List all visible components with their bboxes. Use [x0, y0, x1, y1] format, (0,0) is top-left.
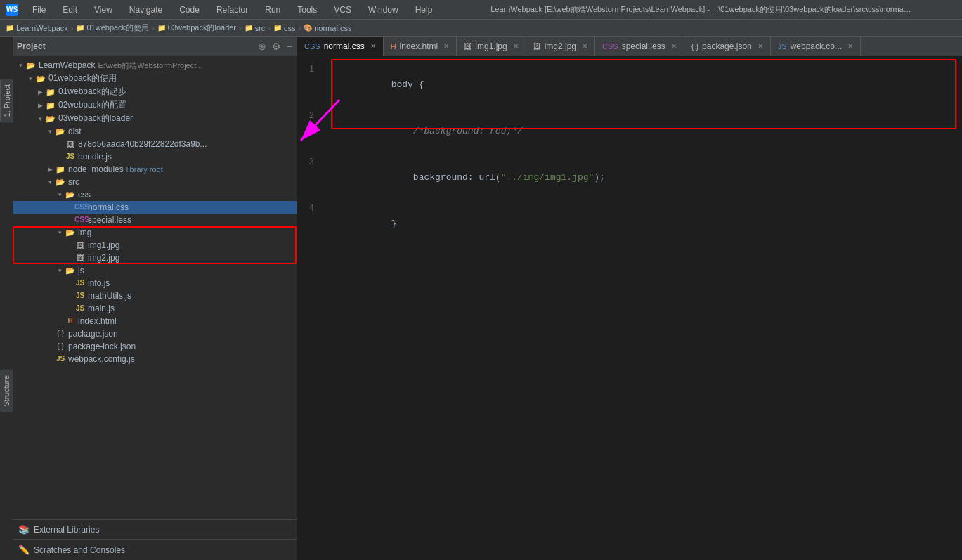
code-line-3: 3 background: url("../img/img1.jpg");	[297, 155, 962, 201]
tree-node-mathutils-js[interactable]: JS mathUtils.js	[13, 289, 297, 302]
folder-open-icon: 📂	[55, 126, 66, 137]
menu-help[interactable]: Help	[412, 4, 436, 16]
tab-special-less[interactable]: CSS special.less ✕	[595, 37, 684, 56]
tree-label: webpack.config.js	[68, 354, 135, 364]
breadcrumb-01webpack[interactable]: 📁 01webpack的使用	[76, 22, 149, 33]
breadcrumb-src[interactable]: 📁 src	[245, 24, 266, 32]
line-number: 3	[297, 155, 325, 170]
tree-node-main-js[interactable]: JS main.js	[13, 302, 297, 315]
tree-node-webpack-config[interactable]: JS webpack.config.js	[13, 353, 297, 365]
tab-label: img2.jpg	[545, 41, 576, 51]
tree-root-path: E:\web前端WebstormProject...	[98, 60, 203, 71]
tab-label: package.json	[702, 41, 752, 51]
folder-open-icon: 📂	[65, 265, 76, 276]
tree-label: index.html	[78, 316, 117, 326]
html-tab-icon: H	[391, 42, 396, 51]
tree-node-hash-file[interactable]: 🖼 878d56aada40b29f22822df3a9b...	[13, 138, 297, 150]
breadcrumb-css[interactable]: 📁 css	[273, 24, 296, 32]
tree-node-img-folder[interactable]: ▾ 📂 img	[13, 226, 297, 239]
tree-node-special-less[interactable]: CSS special.less	[13, 214, 297, 226]
menu-tools[interactable]: Tools	[294, 4, 320, 16]
structure-panel-tab[interactable]: Structure	[0, 370, 13, 412]
tree-node-dist[interactable]: ▾ 📂 dist	[13, 125, 297, 138]
tree-node-normal-css[interactable]: CSS normal.css	[13, 201, 297, 214]
tab-close-btn[interactable]: ✕	[671, 42, 677, 50]
json-file-icon: { }	[55, 328, 66, 339]
menu-view[interactable]: View	[91, 4, 115, 16]
tree-node-03loader[interactable]: ▾ 📂 03webpack的loader	[13, 112, 297, 125]
tree-node-02config[interactable]: ▶ 📁 02webpack的配置	[13, 98, 297, 112]
folder-icon: 📁	[6, 24, 14, 32]
folder-open-icon: 📂	[45, 113, 56, 124]
img-file-icon: 🖼	[74, 252, 86, 263]
breadcrumb-03webpack[interactable]: 📁 03webpack的loader	[157, 22, 236, 33]
tab-close-btn[interactable]: ✕	[443, 42, 449, 50]
tab-normal-css[interactable]: CSS normal.css ✕	[297, 37, 384, 56]
breadcrumb-bar: 📁 LearnWebpack › 📁 01webpack的使用 › 📁 03we…	[0, 20, 962, 37]
tab-package-json[interactable]: { } package.json ✕	[684, 37, 771, 56]
tree-node-img1[interactable]: 🖼 img1.jpg	[13, 239, 297, 252]
add-icon[interactable]: ⊕	[258, 41, 266, 52]
menu-window[interactable]: Window	[365, 4, 401, 16]
menu-run[interactable]: Run	[262, 4, 283, 16]
tree-node-01webpack[interactable]: ▾ 📂 01webpack的使用	[13, 72, 297, 85]
tree-label: normal.css	[88, 202, 129, 212]
menu-code[interactable]: Code	[176, 4, 202, 16]
tree-label: main.js	[88, 304, 115, 313]
project-tree[interactable]: ▾ 📂 LearnWebpack E:\web前端WebstormProject…	[13, 56, 297, 519]
external-libraries-item[interactable]: 📚 External Libraries	[13, 519, 297, 539]
tree-label: node_modules	[68, 164, 124, 174]
tree-node-css-folder[interactable]: ▾ 📂 css	[13, 188, 297, 201]
tree-node-package-json[interactable]: { } package.json	[13, 327, 297, 340]
folder-open-icon: 📂	[65, 189, 76, 200]
tree-node-js-folder[interactable]: ▾ 📂 js	[13, 264, 297, 277]
tab-img1[interactable]: 🖼 img1.jpg ✕	[457, 37, 526, 56]
tab-close-btn[interactable]: ✕	[370, 42, 376, 50]
tab-close-btn[interactable]: ✕	[513, 42, 519, 50]
tree-arrow: ▾	[55, 267, 65, 274]
tree-arrow: ▾	[35, 115, 45, 122]
tree-label: img2.jpg	[88, 253, 119, 263]
tab-index-html[interactable]: H index.html ✕	[384, 37, 457, 56]
js-file-icon: JS	[55, 353, 66, 365]
menu-edit[interactable]: Edit	[60, 4, 80, 16]
tree-node-index-html[interactable]: H index.html	[13, 315, 297, 327]
tab-webpack[interactable]: JS webpack.co... ✕	[771, 37, 861, 56]
tree-node-src[interactable]: ▾ 📂 src	[13, 176, 297, 188]
tree-node-01start[interactable]: ▶ 📁 01webpack的起步	[13, 85, 297, 98]
tree-node-bundle-js[interactable]: JS bundle.js	[13, 150, 297, 163]
tab-img2[interactable]: 🖼 img2.jpg ✕	[526, 37, 595, 56]
tab-close-btn[interactable]: ✕	[847, 42, 853, 50]
menu-vcs[interactable]: VCS	[331, 4, 354, 16]
tree-node-node-modules[interactable]: ▶ 📁 node_modules library root	[13, 163, 297, 176]
menu-navigate[interactable]: Navigate	[126, 4, 165, 16]
tree-arrow: ▾	[45, 178, 55, 185]
tree-node-package-lock-json[interactable]: { } package-lock.json	[13, 340, 297, 353]
breadcrumb-file[interactable]: 🎨 normal.css	[304, 24, 351, 32]
project-panel-tab[interactable]: 1: Project	[0, 79, 13, 122]
tab-close-btn[interactable]: ✕	[582, 42, 587, 50]
breadcrumb-learnwebpack[interactable]: 📁 LearnWebpack	[6, 24, 68, 32]
css-file-icon: 🎨	[304, 24, 312, 32]
tab-bar: CSS normal.css ✕ H index.html ✕ 🖼 img1.j…	[297, 37, 962, 56]
js-file-icon: JS	[65, 151, 76, 162]
folder-icon: 📁	[55, 164, 66, 175]
tab-close-btn[interactable]: ✕	[758, 42, 763, 50]
tree-node-info-js[interactable]: JS info.js	[13, 277, 297, 289]
code-fn: url	[479, 172, 495, 183]
gear-icon[interactable]: ⚙	[272, 41, 281, 52]
line-content: body {	[325, 62, 962, 108]
code-editor[interactable]: 1 body { 2 /*background: red;*/ 3	[297, 56, 962, 560]
tree-label: mathUtils.js	[88, 291, 131, 301]
scratches-consoles-item[interactable]: ✏️ Scratches and Consoles	[13, 539, 297, 560]
tree-arrow: ▶	[45, 166, 55, 173]
tree-node-learnwebpack[interactable]: ▾ 📂 LearnWebpack E:\web前端WebstormProject…	[13, 59, 297, 72]
menu-refactor[interactable]: Refactor	[214, 4, 251, 16]
tree-node-img2[interactable]: 🖼 img2.jpg	[13, 252, 297, 264]
code-punc: (	[495, 172, 501, 183]
menu-file[interactable]: File	[30, 4, 48, 16]
folder-icon: 📁	[245, 24, 253, 32]
minus-icon[interactable]: −	[287, 41, 292, 52]
line-content: }	[325, 201, 962, 247]
tree-label: 01webpack的使用	[48, 72, 117, 84]
